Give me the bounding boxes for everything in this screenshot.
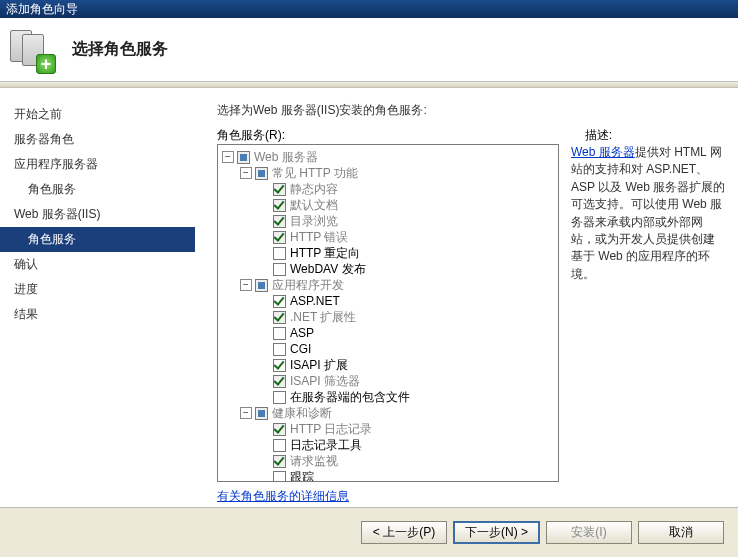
tree-node-label: 默认文档 [290, 197, 338, 213]
tree-node[interactable]: −常见 HTTP 功能 [222, 165, 556, 181]
description-panel: Web 服务器提供对 HTML 网站的支持和对 ASP.NET、ASP 以及 W… [567, 144, 730, 482]
tree-checkbox[interactable] [273, 439, 286, 452]
tree-node[interactable]: 静态内容 [222, 181, 556, 197]
tree-node[interactable]: 请求监视 [222, 453, 556, 469]
desc-label: 描述: [585, 127, 722, 144]
prev-button[interactable]: < 上一步(P) [361, 521, 447, 544]
tree-node-label: 应用程序开发 [272, 277, 344, 293]
tree-node-label: 静态内容 [290, 181, 338, 197]
tree-checkbox[interactable] [273, 263, 286, 276]
tree-checkbox[interactable] [255, 407, 268, 420]
tree-checkbox[interactable] [273, 231, 286, 244]
tree-node-label: HTTP 重定向 [290, 245, 360, 261]
tree-checkbox[interactable] [273, 247, 286, 260]
window-title: 添加角色向导 [6, 2, 78, 16]
tree-node[interactable]: ASP.NET [222, 293, 556, 309]
page-title: 选择角色服务 [72, 39, 168, 60]
tree-node[interactable]: 目录浏览 [222, 213, 556, 229]
nav-item[interactable]: 角色服务 [0, 177, 195, 202]
nav-item[interactable]: 确认 [0, 252, 195, 277]
more-info-link[interactable]: 有关角色服务的详细信息 [217, 489, 349, 503]
nav-item[interactable]: 开始之前 [0, 102, 195, 127]
next-button[interactable]: 下一步(N) > [453, 521, 540, 544]
tree-node-label: 请求监视 [290, 453, 338, 469]
tree-checkbox[interactable] [237, 151, 250, 164]
tree-checkbox[interactable] [273, 327, 286, 340]
tree-node[interactable]: CGI [222, 341, 556, 357]
tree-checkbox[interactable] [273, 471, 286, 482]
nav-item[interactable]: 服务器角色 [0, 127, 195, 152]
description-link[interactable]: Web 服务器 [571, 145, 635, 159]
tree-node-label: .NET 扩展性 [290, 309, 356, 325]
tree-node-label: 跟踪 [290, 469, 314, 481]
expander-icon[interactable]: − [240, 279, 252, 291]
tree-node[interactable]: HTTP 日志记录 [222, 421, 556, 437]
tree-checkbox[interactable] [273, 183, 286, 196]
tree-node[interactable]: HTTP 错误 [222, 229, 556, 245]
nav-item[interactable]: 应用程序服务器 [0, 152, 195, 177]
tree-node[interactable]: −健康和诊断 [222, 405, 556, 421]
wizard-footer: < 上一步(P) 下一步(N) > 安装(I) 取消 [0, 508, 738, 557]
tree-node-label: 目录浏览 [290, 213, 338, 229]
tree-checkbox[interactable] [273, 455, 286, 468]
tree-node-label: 在服务器端的包含文件 [290, 389, 410, 405]
tree-node[interactable]: ISAPI 扩展 [222, 357, 556, 373]
tree-checkbox[interactable] [273, 375, 286, 388]
tree-node[interactable]: WebDAV 发布 [222, 261, 556, 277]
description-text: 提供对 HTML 网站的支持和对 ASP.NET、ASP 以及 Web 服务器扩… [571, 145, 725, 281]
tree-node[interactable]: HTTP 重定向 [222, 245, 556, 261]
tree-node[interactable]: −应用程序开发 [222, 277, 556, 293]
expander-icon[interactable]: − [240, 407, 252, 419]
tree-label: 角色服务(R): [217, 127, 285, 144]
cancel-button[interactable]: 取消 [638, 521, 724, 544]
tree-checkbox[interactable] [255, 167, 268, 180]
tree-checkbox[interactable] [255, 279, 268, 292]
nav-item[interactable]: Web 服务器(IIS) [0, 202, 195, 227]
instruction-text: 选择为Web 服务器(IIS)安装的角色服务: [217, 102, 730, 119]
tree-node[interactable]: .NET 扩展性 [222, 309, 556, 325]
tree-node[interactable]: ASP [222, 325, 556, 341]
tree-node-label: CGI [290, 341, 311, 357]
tree-checkbox[interactable] [273, 215, 286, 228]
tree-checkbox[interactable] [273, 423, 286, 436]
tree-node[interactable]: 默认文档 [222, 197, 556, 213]
tree-node[interactable]: 跟踪 [222, 469, 556, 481]
tree-node[interactable]: −Web 服务器 [222, 149, 556, 165]
nav-item[interactable]: 进度 [0, 277, 195, 302]
tree-node[interactable]: 日志记录工具 [222, 437, 556, 453]
nav-item[interactable]: 角色服务 [0, 227, 195, 252]
tree-node-label: HTTP 错误 [290, 229, 348, 245]
wizard-header: + 选择角色服务 [0, 18, 738, 82]
tree-node-label: Web 服务器 [254, 149, 318, 165]
tree-node-label: ISAPI 筛选器 [290, 373, 360, 389]
tree-checkbox[interactable] [273, 295, 286, 308]
tree-node-label: HTTP 日志记录 [290, 421, 372, 437]
expander-icon[interactable]: − [240, 167, 252, 179]
nav-item[interactable]: 结果 [0, 302, 195, 327]
tree-node-label: 健康和诊断 [272, 405, 332, 421]
tree-node[interactable]: 在服务器端的包含文件 [222, 389, 556, 405]
tree-node-label: WebDAV 发布 [290, 261, 366, 277]
tree-checkbox[interactable] [273, 199, 286, 212]
titlebar: 添加角色向导 [0, 0, 738, 18]
tree-node-label: ASP.NET [290, 293, 340, 309]
tree-node-label: 常见 HTTP 功能 [272, 165, 358, 181]
server-add-icon: + [10, 28, 54, 72]
role-services-tree[interactable]: −Web 服务器−常见 HTTP 功能静态内容默认文档目录浏览HTTP 错误HT… [217, 144, 559, 482]
tree-node-label: ISAPI 扩展 [290, 357, 348, 373]
tree-node-label: 日志记录工具 [290, 437, 362, 453]
main-panel: 选择为Web 服务器(IIS)安装的角色服务: 角色服务(R): 描述: −We… [195, 88, 738, 507]
tree-node-label: ASP [290, 325, 314, 341]
tree-checkbox[interactable] [273, 311, 286, 324]
install-button[interactable]: 安装(I) [546, 521, 632, 544]
tree-checkbox[interactable] [273, 391, 286, 404]
wizard-nav: 开始之前服务器角色应用程序服务器角色服务Web 服务器(IIS)角色服务确认进度… [0, 88, 195, 507]
expander-icon[interactable]: − [222, 151, 234, 163]
tree-checkbox[interactable] [273, 343, 286, 356]
tree-node[interactable]: ISAPI 筛选器 [222, 373, 556, 389]
tree-checkbox[interactable] [273, 359, 286, 372]
